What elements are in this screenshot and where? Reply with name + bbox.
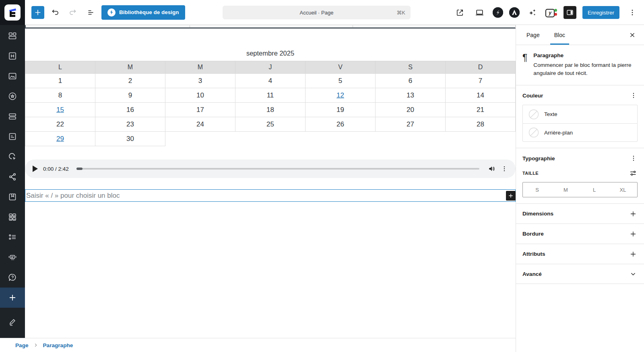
audio-play-button[interactable] [33,166,38,172]
calendar-day-cell: 20 [376,103,446,117]
bookmark-icon [8,192,17,202]
preview-device-button[interactable] [473,6,487,19]
sidebar-panel-icon [566,8,574,17]
extendify-button[interactable] [493,7,503,18]
calendar-caption: septembre 2025 [25,50,516,57]
star-circle-icon [8,91,17,101]
calendar-day-cell: 11 [235,88,305,103]
rail-item-featured[interactable] [0,86,25,106]
audio-volume-button[interactable] [488,165,496,173]
tab-page[interactable]: Page [519,25,547,45]
rail-item-edit[interactable] [0,312,25,332]
audio-options-button[interactable] [501,165,508,172]
redo-button[interactable] [66,6,80,19]
rail-item-bookmark[interactable] [0,187,25,207]
settings-sidebar-toggle[interactable] [564,6,576,19]
rail-item-help[interactable] [0,267,25,288]
rail-item-slider[interactable] [0,247,25,267]
document-overview-button[interactable] [84,6,97,19]
rail-item-rows[interactable] [0,106,25,126]
tab-bloc[interactable]: Bloc [547,25,572,45]
design-library-button[interactable]: Bibliothèque de design [101,5,185,20]
breadcrumb-page[interactable]: Page [15,342,29,348]
font-size-option-l[interactable]: L [580,182,609,197]
calendar-day-cell: 10 [165,88,235,103]
paragraph-block-selected[interactable]: Saisir « / » pour choisir un bloc [25,189,516,202]
chevron-right-icon [33,342,39,348]
options-menu-button[interactable] [625,6,639,19]
typography-panel-options-button[interactable] [630,154,638,162]
rail-item-patterns[interactable] [0,26,25,46]
ai-assistant-button[interactable] [526,6,539,19]
border-panel-toggle[interactable]: Bordure [516,224,644,244]
image-icon [8,71,17,81]
table-block-bottom-fragment[interactable] [25,25,516,29]
dimensions-panel-toggle[interactable]: Dimensions [516,203,644,224]
typography-panel-title: Typographie [522,155,555,162]
font-size-option-xl[interactable]: XL [609,182,637,197]
calendar-block[interactable]: septembre 2025 LMMJVSD 12345678910111213… [25,50,516,146]
calendar-day-header: V [305,61,376,74]
plus-icon [629,209,638,218]
text-color-row[interactable]: Texte [523,105,637,123]
left-toolbar-rail [0,25,25,338]
yoast-red-dot [554,13,557,16]
calendar-day-link[interactable]: 12 [336,91,344,99]
attributes-panel-toggle[interactable]: Attributs [516,244,644,264]
font-size-option-s[interactable]: S [523,182,551,197]
block-description: Commencer par le bloc formant la pierre … [533,61,638,77]
yoast-seo-button[interactable]: y [545,8,557,17]
calendar-day-header: M [95,61,165,74]
editor-logo-icon [4,4,21,21]
close-sidebar-button[interactable] [624,25,641,45]
calendar-day-cell: 21 [446,103,516,117]
rail-item-header[interactable] [0,46,25,66]
command-center-bar[interactable]: Accueil · Page ⌘K [223,6,411,19]
kebab-menu-icon [501,165,508,172]
rail-item-gallery[interactable] [0,207,25,227]
rail-item-image[interactable] [0,66,25,86]
plus-icon [629,230,638,238]
calendar-day-cell: 9 [95,88,165,103]
rail-item-share[interactable] [0,167,25,187]
calendar-day-cell: 14 [446,88,516,103]
advanced-panel-toggle[interactable]: Avancé [516,264,644,284]
editor-canvas[interactable]: septembre 2025 LMMJVSD 12345678910111213… [25,25,516,338]
font-size-label: TAILLE [522,171,539,176]
pencil-icon [8,317,17,327]
calendar-week-row: 15161718192021 [25,103,516,117]
rail-item-form[interactable] [0,126,25,147]
calendar-day-cell: 25 [235,117,305,132]
save-button[interactable]: Enregistrer [582,6,619,19]
font-size-settings-button[interactable] [629,169,638,178]
calendar-day-link[interactable]: 29 [56,135,64,143]
audio-player-block[interactable]: 0:00 / 2:42 [25,159,516,178]
rail-item-list[interactable] [0,227,25,247]
font-size-option-m[interactable]: M [551,182,580,197]
calendar-day-cell: 1 [25,74,95,88]
chevron-down-icon [629,269,638,278]
background-color-row[interactable]: Arrière-plan [523,123,637,141]
paragraph-placeholder: Saisir « / » pour choisir un bloc [25,192,120,200]
audio-seek-slider[interactable] [76,168,479,170]
audio-seek-thumb[interactable] [76,168,83,170]
astra-button[interactable] [509,7,520,18]
undo-button[interactable] [48,6,62,19]
site-logo[interactable] [0,0,25,25]
block-inserter-button[interactable] [31,6,44,19]
breadcrumb-paragraph[interactable]: Paragraphe [43,342,73,348]
view-site-button[interactable] [453,6,467,19]
block-appender-button[interactable] [506,191,516,201]
typography-panel: Typographie TAILLE SMLXL [516,148,644,203]
lightning-bolt-icon [107,8,116,17]
calendar-day-link[interactable]: 15 [56,106,64,114]
rail-item-interactions[interactable] [0,147,25,167]
color-panel-options-button[interactable] [630,91,638,99]
calendar-week-row: 891011121314 [25,88,516,103]
calendar-day-cell: 2 [95,74,165,88]
calendar-day-cell: 28 [446,117,516,132]
undo-icon [50,8,60,17]
sparkles-icon [527,8,537,18]
settings-sidebar: Page Bloc ¶ Paragraphe Commencer par le … [516,25,644,352]
rail-item-add-block[interactable] [0,288,25,308]
